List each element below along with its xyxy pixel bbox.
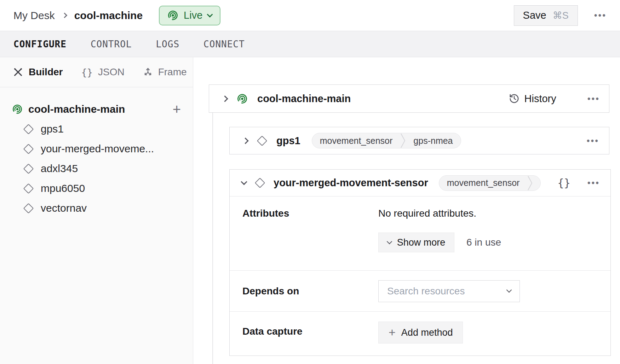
attributes-empty-text: No required attributes. [378,208,501,219]
tree-connector-line [212,113,213,364]
component-diamond-icon [23,203,34,213]
show-more-button[interactable]: Show more [378,233,454,252]
broadcast-icon [237,93,248,104]
history-button[interactable]: History [509,93,556,105]
tree-item-label: gps1 [41,123,64,135]
tree-item-adxl345[interactable]: adxl345 [0,159,193,178]
tree-item-label: vectornav [41,202,87,214]
tree-item-label: your-merged-moveme... [41,143,154,155]
data-capture-section: Data capture + Add method [230,312,610,356]
attributes-label: Attributes [242,208,378,270]
resource-tree: cool-machine-main + gps1 your-merged-mov… [0,87,193,218]
expand-chevron-icon[interactable] [242,137,248,144]
depends-on-section: Depends on Search resources [230,271,610,312]
tree-item-gps1[interactable]: gps1 [0,119,193,139]
save-label: Save [523,10,546,21]
header-actions: Save ⌘S ••• [514,5,607,26]
braces-icon: {} [81,67,93,78]
breadcrumb-chevron-icon [62,13,67,18]
tree-root-label: cool-machine-main [28,103,167,115]
tree-item-your-merged-movement-sensor[interactable]: your-merged-moveme... [0,139,193,159]
header-overflow-menu-button[interactable]: ••• [594,11,607,20]
attributes-section: Attributes No required attributes. Show … [230,196,610,271]
machine-card-menu-button[interactable]: ••• [587,94,600,103]
mode-frame-label: Frame [158,66,187,78]
live-status-badge[interactable]: Live [159,6,220,25]
mode-builder-label: Builder [29,66,63,78]
tag-movement-sensor: movement_sensor [312,136,401,146]
header: My Desk cool-machine Live Save ⌘S [0,0,620,31]
tree-root-cool-machine-main[interactable]: cool-machine-main + [0,99,193,119]
chevron-down-icon [386,239,392,244]
attributes-in-use-count: 6 in use [466,237,501,248]
machine-card: cool-machine-main History ••• [209,84,609,113]
tag-movement-sensor: movement_sensor [439,178,528,188]
mode-builder[interactable]: Builder [13,66,63,78]
depends-on-placeholder: Search resources [387,286,507,297]
config-mode-switcher: Builder {} JSON Frame [0,57,193,87]
show-more-label: Show more [397,237,446,248]
tag-merged: merged [533,178,540,188]
depends-on-label: Depends on [242,286,378,297]
breadcrumb-machine-name: cool-machine [74,10,143,22]
data-capture-label: Data capture [242,326,378,337]
broadcast-icon [167,10,178,21]
tab-logs[interactable]: LOGS [156,39,179,49]
mode-json[interactable]: {} JSON [81,66,124,78]
chevron-down-icon [506,287,512,293]
tree-item-label: mpu6050 [41,182,85,194]
component-diamond-icon [255,178,265,188]
history-clock-icon [509,93,519,104]
live-label: Live [184,10,202,21]
save-shortcut-hint: ⌘S [553,10,569,21]
save-button[interactable]: Save ⌘S [514,5,578,26]
main-tab-bar: CONFIGURE CONTROL LOGS CONNECT [0,31,620,57]
view-json-icon-button[interactable]: {} [558,177,570,189]
depends-on-select[interactable]: Search resources [378,280,520,302]
gps1-card-menu-button[interactable]: ••• [587,136,599,145]
tree-item-mpu6050[interactable]: mpu6050 [0,178,193,198]
collapse-chevron-icon[interactable] [241,178,247,185]
merged-sensor-card-title: your-merged-movement-sensor [274,177,428,189]
mode-json-label: JSON [98,66,125,78]
breadcrumb: My Desk cool-machine Live [13,6,220,25]
gps1-card: gps1 movement_sensor gps-nmea ••• [229,127,609,154]
sidebar: Builder {} JSON Frame [0,57,193,364]
config-panel: cool-machine-main History ••• [193,57,620,364]
add-method-button[interactable]: + Add method [378,322,463,344]
tab-connect[interactable]: CONNECT [203,39,245,49]
add-resource-button[interactable]: + [173,102,181,116]
tab-control[interactable]: CONTROL [91,39,132,49]
merged-sensor-card-menu-button[interactable]: ••• [587,178,600,187]
plus-icon: + [389,326,396,338]
merged-sensor-card: your-merged-movement-sensor movement_sen… [229,169,611,356]
tag-divider-icon [400,133,406,148]
component-diamond-icon [23,183,34,194]
frame-axes-icon [143,67,153,77]
component-diamond-icon [23,143,34,154]
component-diamond-icon [257,135,268,146]
resource-type-tag: movement_sensor gps-nmea [312,133,461,148]
tools-icon [13,67,23,77]
tree-item-label: adxl345 [41,163,78,175]
tree-item-vectornav[interactable]: vectornav [0,198,193,218]
chevron-down-icon [207,11,213,17]
mode-frame[interactable]: Frame [143,66,187,78]
history-label: History [524,93,556,105]
tag-gps-nmea: gps-nmea [406,136,460,146]
tag-divider-icon [527,175,533,191]
merged-sensor-card-header: your-merged-movement-sensor movement_sen… [230,170,610,196]
machine-card-title: cool-machine-main [257,93,351,105]
component-diamond-icon [23,163,34,174]
broadcast-icon [12,104,23,115]
gps1-card-title: gps1 [276,135,300,147]
add-method-label: Add method [401,327,453,338]
resource-type-tag: movement_sensor merged [439,175,541,191]
tab-configure[interactable]: CONFIGURE [13,39,67,49]
breadcrumb-location[interactable]: My Desk [13,10,55,22]
app-window: My Desk cool-machine Live Save ⌘S [0,0,620,364]
content-area: Builder {} JSON Frame [0,57,620,364]
component-diamond-icon [23,124,34,134]
expand-chevron-icon[interactable] [222,95,228,102]
